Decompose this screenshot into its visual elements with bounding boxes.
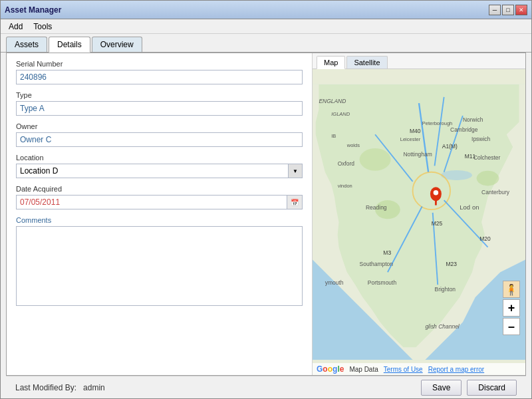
main-window: Asset Manager ─ □ ✕ Add Tools Assets Det…: [0, 0, 532, 399]
close-button[interactable]: ✕: [515, 5, 527, 15]
form-panel: Serial Number Type Owner Location Locati…: [7, 53, 313, 375]
date-acquired-input[interactable]: [16, 195, 287, 209]
svg-point-48: [434, 190, 439, 196]
tab-overview[interactable]: Overview: [92, 37, 142, 52]
svg-point-14: [477, 171, 499, 186]
serial-number-label: Serial Number: [16, 60, 303, 68]
svg-text:IB: IB: [331, 133, 336, 139]
svg-text:M40: M40: [410, 128, 421, 134]
date-picker-button[interactable]: 📅: [287, 195, 303, 209]
svg-text:Cambridge: Cambridge: [450, 126, 478, 133]
svg-text:A1(M): A1(M): [442, 143, 458, 150]
owner-group: Owner: [16, 122, 303, 147]
svg-text:ymouth: ymouth: [325, 279, 344, 286]
svg-text:Leicester: Leicester: [400, 136, 421, 142]
terms-of-use-link[interactable]: Terms of Use: [384, 366, 423, 373]
owner-input[interactable]: [16, 132, 303, 147]
modified-by-label: Last Modified By:: [15, 383, 76, 392]
svg-text:Brighton: Brighton: [435, 286, 456, 293]
svg-text:Ipswich: Ipswich: [471, 136, 491, 142]
svg-text:Southampton: Southampton: [360, 261, 394, 267]
svg-text:Reading: Reading: [366, 204, 387, 211]
type-group: Type: [16, 91, 303, 116]
title-bar: Asset Manager ─ □ ✕: [1, 1, 531, 19]
svg-text:M23: M23: [446, 261, 457, 267]
menu-add[interactable]: Add: [3, 21, 28, 33]
svg-text:M3: M3: [383, 249, 391, 256]
type-label: Type: [16, 91, 303, 99]
status-left: Last Modified By: admin: [15, 383, 105, 392]
map-controls: 🧍 + –: [503, 281, 520, 335]
svg-text:Peterborough: Peterborough: [422, 120, 453, 126]
date-wrapper: 📅: [16, 195, 303, 209]
comments-textarea[interactable]: [16, 226, 303, 306]
svg-text:Portsmouth: Portsmouth: [368, 279, 397, 286]
discard-button[interactable]: Discard: [467, 380, 517, 396]
map-container[interactable]: M40 A1(M) M11 M25 M3 M23 M20 ENGLAND IGL…: [313, 69, 525, 375]
location-group: Location Location A Location B Location …: [16, 154, 303, 178]
svg-text:IGLAND: IGLAND: [331, 111, 350, 117]
date-acquired-label: Date Acquired: [16, 185, 303, 193]
comments-label: Comments: [16, 216, 303, 224]
content-area: Serial Number Type Owner Location Locati…: [6, 53, 526, 376]
svg-text:Nottingham: Nottingham: [403, 151, 432, 158]
map-tab-bar: Map Satellite: [313, 53, 525, 69]
svg-text:Oxford: Oxford: [338, 160, 355, 167]
svg-text:ENGLAND: ENGLAND: [319, 98, 346, 104]
svg-text:Canterbury: Canterbury: [481, 189, 510, 196]
location-select-wrapper: Location A Location B Location C Locatio…: [16, 164, 303, 178]
calendar-icon: 📅: [291, 199, 299, 206]
date-acquired-group: Date Acquired 📅: [16, 185, 303, 209]
map-svg: M40 A1(M) M11 M25 M3 M23 M20 ENGLAND IGL…: [313, 69, 525, 375]
type-input[interactable]: [16, 101, 303, 116]
serial-number-input[interactable]: [16, 70, 303, 84]
menu-bar: Add Tools: [1, 19, 531, 34]
maximize-button[interactable]: □: [502, 5, 514, 15]
svg-text:glish Channel: glish Channel: [425, 323, 460, 330]
report-error-link[interactable]: Report a map error: [428, 366, 484, 373]
menu-tools[interactable]: Tools: [28, 21, 57, 33]
tab-assets[interactable]: Assets: [6, 37, 47, 52]
svg-text:Colchester: Colchester: [473, 154, 501, 161]
person-icon: 🧍: [505, 283, 518, 296]
google-logo: Google: [317, 364, 344, 374]
svg-text:M20: M20: [479, 235, 491, 242]
window-controls: ─ □ ✕: [489, 5, 527, 15]
svg-text:Lod: Lod: [460, 203, 470, 211]
map-footer: Google Map Data Terms of Use Report a ma…: [313, 363, 525, 375]
window-title: Asset Manager: [5, 5, 61, 15]
status-bar: Last Modified By: admin Save Discard: [6, 376, 526, 398]
map-tab-satellite[interactable]: Satellite: [346, 56, 387, 68]
svg-text:vindon: vindon: [338, 183, 352, 189]
status-right: Save Discard: [421, 380, 517, 396]
svg-point-13: [360, 148, 391, 171]
owner-label: Owner: [16, 122, 303, 130]
svg-text:Norwich: Norwich: [463, 116, 483, 123]
location-select[interactable]: Location A Location B Location C Locatio…: [16, 164, 303, 178]
tab-details[interactable]: Details: [49, 37, 90, 53]
modified-by-value: admin: [83, 383, 105, 392]
zoom-in-button[interactable]: +: [503, 299, 520, 317]
map-data-label: Map Data: [349, 366, 378, 373]
street-view-button[interactable]: 🧍: [503, 281, 520, 298]
zoom-out-button[interactable]: –: [503, 318, 520, 335]
minimize-button[interactable]: ─: [489, 5, 501, 15]
save-button[interactable]: Save: [421, 380, 462, 396]
map-panel: Map Satellite: [313, 53, 525, 375]
comments-group: Comments: [16, 216, 303, 362]
serial-number-group: Serial Number: [16, 60, 303, 84]
svg-text:on: on: [472, 203, 479, 211]
svg-text:M25: M25: [432, 220, 443, 227]
location-label: Location: [16, 154, 303, 162]
svg-text:wolds: wolds: [346, 142, 360, 148]
map-tab-map[interactable]: Map: [317, 56, 345, 69]
main-tab-bar: Assets Details Overview: [1, 34, 531, 53]
